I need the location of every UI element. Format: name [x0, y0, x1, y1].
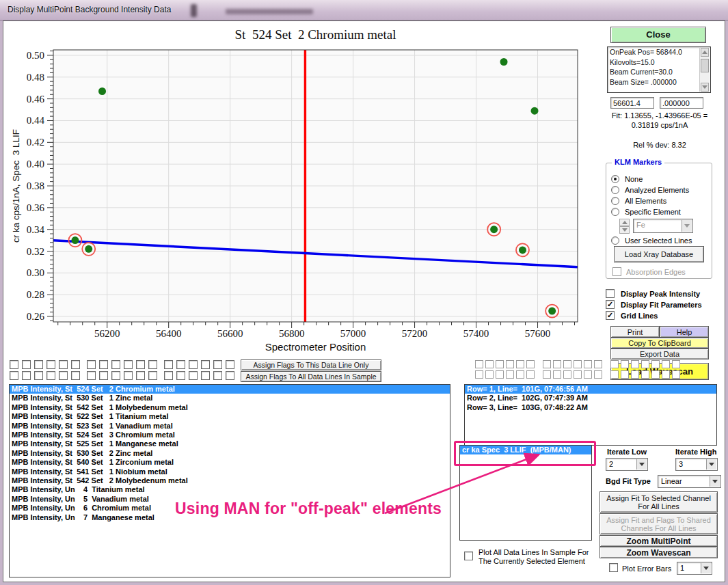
mpb-flag-checkbox[interactable] — [543, 360, 551, 368]
mpb-flag-checkbox[interactable] — [543, 370, 551, 379]
sample-list-item[interactable]: MPB Intensity, St 524 Set 2 Chromium met… — [10, 385, 450, 394]
data-line-item[interactable]: Row= 2, Line= 102G, 07:47:39 AM — [465, 394, 716, 403]
mpb-flag-checkbox[interactable] — [621, 370, 629, 379]
data-point[interactable] — [519, 246, 526, 254]
mpb-flag-checkbox[interactable] — [124, 360, 133, 369]
mpb-flag-checkbox[interactable] — [610, 370, 619, 379]
mpb-flag-checkbox[interactable] — [22, 360, 31, 369]
mpb-flag-checkbox[interactable] — [506, 360, 514, 368]
mpb-flag-checkbox[interactable] — [496, 370, 504, 379]
mpb-flag-checkbox[interactable] — [136, 371, 145, 380]
mpb-flag-checkbox[interactable] — [176, 371, 185, 380]
mpb-flag-checkbox[interactable] — [176, 360, 185, 369]
plot-error-bars-select[interactable]: 1 — [677, 562, 712, 575]
mpb-flag-checkbox[interactable] — [148, 360, 157, 369]
sample-list-item[interactable]: MPB Intensity, St 540 Set 1 Zirconium me… — [10, 458, 450, 467]
plot-error-bars-checkbox[interactable] — [609, 563, 618, 572]
mpb-flag-checkbox[interactable] — [516, 360, 524, 368]
mpb-flag-checkbox[interactable] — [10, 360, 18, 369]
mpb-flag-checkbox[interactable] — [71, 371, 80, 380]
print-button[interactable]: Print — [610, 326, 660, 338]
mpb-flag-checkbox[interactable] — [584, 370, 592, 379]
assign-flags-all-lines-button[interactable]: Assign Flags To All Data Lines In Sample — [241, 371, 381, 382]
absorption-edges-checkbox[interactable] — [612, 267, 621, 276]
mpb-flag-checkbox[interactable] — [111, 360, 120, 369]
mpb-flag-checkbox[interactable] — [516, 370, 524, 379]
display-peak-intensity-checkbox[interactable] — [606, 289, 615, 298]
sample-list-item[interactable]: MPB Intensity, St 523 Set 1 Vanadium met… — [10, 422, 450, 431]
mpb-flag-checkbox[interactable] — [553, 370, 561, 379]
data-point[interactable] — [98, 87, 106, 95]
plot-all-data-lines-checkbox[interactable] — [464, 552, 473, 560]
mpb-flag-checkbox[interactable] — [59, 371, 68, 380]
chevron-down-icon[interactable] — [682, 220, 692, 232]
mpb-flag-checkbox[interactable] — [485, 370, 494, 379]
copy-to-clipboard-button[interactable]: Copy To ClipBoard — [610, 338, 709, 349]
mpb-flag-checkbox[interactable] — [148, 371, 157, 380]
mpb-flag-checkbox[interactable] — [631, 360, 639, 368]
scroll-up-icon[interactable] — [701, 48, 709, 57]
sample-list-item[interactable]: MPB Intensity, St 542 Set 1 Molybedenum … — [10, 403, 450, 412]
mpb-flag-checkbox[interactable] — [87, 371, 96, 380]
bgd-fit-type-select[interactable]: Linear — [658, 475, 721, 488]
mpb-flag-checkbox[interactable] — [651, 360, 660, 368]
mpb-flag-checkbox[interactable] — [563, 370, 571, 379]
sample-list-item[interactable]: MPB Intensity, St 542 Set 2 Molybedenum … — [10, 476, 450, 485]
klm-radio-specific-element[interactable] — [611, 208, 619, 216]
sample-list-item[interactable]: MPB Intensity, St 530 Set 2 Zinc metal — [10, 449, 450, 458]
mpb-flag-checkbox[interactable] — [594, 360, 602, 368]
mpb-flag-checkbox[interactable] — [594, 370, 602, 379]
sample-list-item[interactable]: MPB Intensity, St 525 Set 1 Manganese me… — [10, 439, 450, 448]
mpb-flag-checkbox[interactable] — [610, 360, 619, 368]
mpb-flag-checkbox[interactable] — [99, 371, 108, 380]
mpb-flag-checkbox[interactable] — [641, 360, 649, 368]
data-line-item[interactable]: Row= 1, Line= 101G, 07:46:56 AM — [465, 385, 716, 394]
export-data-button[interactable]: Export Data — [610, 349, 709, 359]
mpb-flag-checkbox[interactable] — [662, 370, 670, 379]
mpb-flag-checkbox[interactable] — [226, 371, 234, 380]
mpb-flag-checkbox[interactable] — [475, 360, 483, 368]
mpb-flag-checkbox[interactable] — [672, 370, 680, 379]
mpb-flag-checkbox[interactable] — [213, 360, 222, 369]
mpb-flag-checkbox[interactable] — [226, 360, 234, 369]
data-point[interactable] — [531, 107, 539, 115]
specific-element-select[interactable]: Fe — [633, 219, 693, 233]
sample-list-item[interactable]: MPB Intensity, St 522 Set 1 Titanium met… — [10, 412, 450, 421]
assign-fit-selected-channel-button[interactable]: Assign Fit To Selected Channel For All L… — [599, 491, 718, 513]
mpb-flag-checkbox[interactable] — [574, 370, 582, 379]
data-point[interactable] — [548, 308, 556, 315]
mpb-flag-checkbox[interactable] — [526, 370, 535, 379]
iterate-high-select[interactable]: 3 — [675, 458, 718, 471]
mpb-flag-checkbox[interactable] — [574, 360, 582, 368]
mpb-flag-checkbox[interactable] — [662, 360, 670, 368]
mpb-flag-checkbox[interactable] — [621, 360, 629, 368]
mpb-flag-checkbox[interactable] — [672, 360, 680, 368]
zoom-wavescan-button[interactable]: Zoom Wavescan — [599, 547, 718, 558]
mpb-flag-checkbox[interactable] — [584, 360, 592, 368]
mpb-flag-checkbox[interactable] — [34, 371, 43, 380]
data-point[interactable] — [490, 226, 498, 233]
mpb-flag-checkbox[interactable] — [213, 371, 222, 380]
mpb-flag-checkbox[interactable] — [563, 360, 571, 368]
mpb-flag-checkbox[interactable] — [46, 360, 55, 369]
mpb-flag-checkbox[interactable] — [651, 370, 660, 379]
beam-size-field[interactable]: .000000 — [660, 97, 703, 109]
mpb-flag-checkbox[interactable] — [189, 360, 198, 369]
load-xray-database-button[interactable]: Load Xray Database — [614, 246, 704, 262]
mpb-flag-checkbox[interactable] — [164, 371, 173, 380]
mpb-flag-checkbox[interactable] — [71, 360, 80, 369]
display-fit-parameters-checkbox[interactable]: ✓ — [606, 300, 615, 309]
mpb-flag-checkbox[interactable] — [189, 371, 198, 380]
mpb-flag-checkbox[interactable] — [475, 370, 483, 379]
data-point[interactable] — [71, 236, 79, 244]
mpb-flag-checkbox[interactable] — [59, 360, 68, 369]
sample-list-item[interactable]: MPB Intensity, St 541 Set 1 Niobium meta… — [10, 467, 450, 476]
mpb-flag-checkbox[interactable] — [485, 360, 494, 368]
info-scrollbar[interactable] — [699, 48, 710, 92]
sample-list[interactable]: MPB Intensity, St 524 Set 2 Chromium met… — [9, 384, 450, 577]
klm-radio-none[interactable] — [611, 175, 619, 183]
acquisition-info-box[interactable]: OnPeak Pos= 56844.0Kilovolts=15.0Beam Cu… — [607, 46, 711, 93]
mpb-flag-checkbox[interactable] — [124, 371, 133, 380]
chevron-down-icon[interactable] — [706, 459, 716, 470]
mpb-flag-checkbox[interactable] — [631, 370, 639, 379]
